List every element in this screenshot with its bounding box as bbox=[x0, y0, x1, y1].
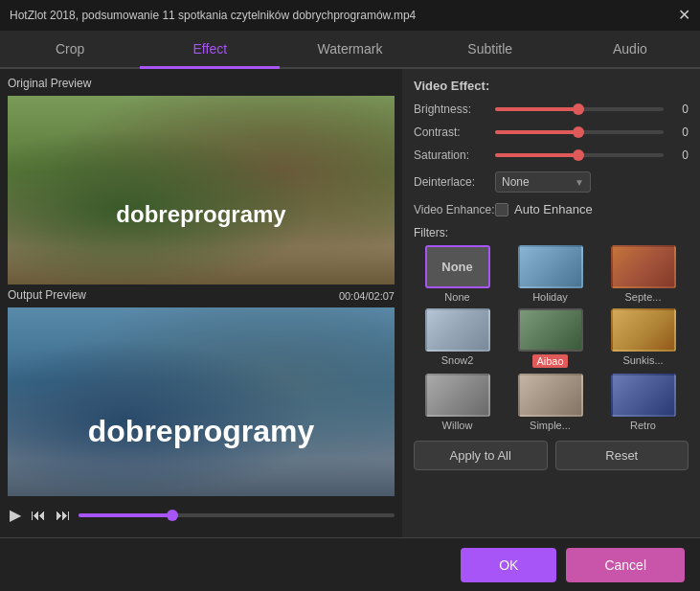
filter-willow-label: Willow bbox=[442, 420, 473, 431]
ok-button[interactable]: OK bbox=[461, 548, 556, 582]
filters-grid: None None Holiday Septe... Snow2 bbox=[414, 245, 689, 431]
play-controls: ▶ ⏮ ⏭ bbox=[8, 500, 395, 530]
saturation-slider-container: 0 bbox=[495, 148, 689, 162]
filter-aibao-thumb bbox=[518, 308, 583, 352]
tab-effect[interactable]: Effect bbox=[140, 31, 280, 69]
output-header: Output Preview 00:04/02:07 bbox=[8, 288, 395, 304]
play-button[interactable]: ▶ bbox=[8, 504, 23, 526]
original-watermark: dobreprogramy bbox=[116, 201, 285, 228]
brightness-label: Brightness: bbox=[414, 102, 495, 116]
filter-aibao[interactable]: Aibao bbox=[507, 308, 594, 368]
progress-bar[interactable] bbox=[79, 513, 395, 517]
video-effect-title: Video Effect: bbox=[414, 79, 689, 93]
progress-fill bbox=[79, 513, 173, 517]
footer: OK Cancel bbox=[0, 537, 700, 591]
filter-holiday-thumb bbox=[518, 245, 583, 288]
saturation-row: Saturation: 0 bbox=[414, 148, 689, 162]
filter-snow2-thumb bbox=[425, 308, 490, 352]
output-watermark: dobreprogramy bbox=[88, 414, 314, 449]
contrast-fill bbox=[495, 130, 579, 134]
title-bar: HotZlot 2018, podsumowanie 11 spotkania … bbox=[0, 0, 700, 31]
filter-sunkiss-thumb bbox=[611, 308, 676, 352]
tab-crop[interactable]: Crop bbox=[0, 31, 140, 69]
filter-willow[interactable]: Willow bbox=[414, 374, 501, 431]
contrast-thumb[interactable] bbox=[573, 126, 584, 138]
original-preview-label: Original Preview bbox=[8, 77, 395, 90]
tab-audio[interactable]: Audio bbox=[560, 31, 700, 69]
contrast-value: 0 bbox=[669, 125, 689, 139]
filter-holiday-label: Holiday bbox=[532, 291, 568, 303]
filter-none-label: None bbox=[444, 291, 469, 303]
filter-sunkiss-label: Sunkis... bbox=[622, 354, 663, 366]
contrast-slider[interactable] bbox=[495, 130, 664, 134]
auto-enhance-container: Auto Enhance bbox=[495, 202, 593, 216]
filter-holiday[interactable]: Holiday bbox=[507, 245, 594, 303]
next-button[interactable]: ⏭ bbox=[54, 505, 73, 526]
right-panel: Video Effect: Brightness: 0 Contrast: 0 bbox=[402, 69, 700, 537]
tab-watermark[interactable]: Watermark bbox=[280, 31, 419, 69]
output-preview-label: Output Preview bbox=[8, 288, 86, 302]
deinterlace-value: None bbox=[502, 175, 530, 189]
close-button[interactable]: ✕ bbox=[678, 8, 690, 23]
tab-subtitle[interactable]: Subtitle bbox=[420, 31, 560, 69]
deinterlace-row: Deinterlace: None ▼ bbox=[414, 171, 689, 193]
filters-label: Filters: bbox=[414, 226, 689, 239]
filter-aibao-label: Aibao bbox=[532, 354, 567, 368]
brightness-value: 0 bbox=[669, 102, 689, 116]
filter-simple[interactable]: Simple... bbox=[507, 374, 594, 431]
output-preview: dobreprogramy bbox=[8, 307, 395, 496]
output-scene bbox=[8, 307, 395, 496]
main-content: Original Preview dobreprogramy Output Pr… bbox=[0, 69, 700, 537]
filter-snow2-label: Snow2 bbox=[441, 354, 474, 366]
original-preview: dobreprogramy bbox=[8, 96, 395, 284]
contrast-label: Contrast: bbox=[414, 125, 495, 139]
tab-bar: Crop Effect Watermark Subtitle Audio bbox=[0, 31, 700, 69]
original-scene bbox=[8, 96, 395, 284]
brightness-slider[interactable] bbox=[495, 107, 664, 111]
saturation-slider[interactable] bbox=[495, 153, 664, 157]
brightness-row: Brightness: 0 bbox=[414, 102, 689, 116]
filter-simple-thumb bbox=[518, 374, 583, 417]
auto-enhance-label: Auto Enhance bbox=[514, 202, 593, 216]
filter-september-label: Septe... bbox=[625, 291, 662, 303]
brightness-thumb[interactable] bbox=[573, 103, 584, 115]
deinterlace-label: Deinterlace: bbox=[414, 175, 495, 189]
saturation-fill bbox=[495, 153, 579, 157]
progress-thumb bbox=[167, 510, 178, 521]
video-enhance-label: Video Enhance: bbox=[414, 203, 495, 216]
auto-enhance-checkbox[interactable] bbox=[495, 203, 508, 216]
prev-button[interactable]: ⏮ bbox=[29, 505, 48, 526]
filter-retro-thumb bbox=[611, 374, 676, 417]
contrast-row: Contrast: 0 bbox=[414, 125, 689, 139]
saturation-thumb[interactable] bbox=[573, 149, 584, 161]
filter-september-thumb bbox=[611, 245, 676, 288]
apply-all-button[interactable]: Apply to All bbox=[414, 441, 548, 470]
filter-simple-label: Simple... bbox=[530, 420, 571, 431]
timestamp: 00:04/02:07 bbox=[339, 290, 395, 302]
reset-button[interactable]: Reset bbox=[555, 441, 689, 470]
chevron-down-icon: ▼ bbox=[575, 177, 584, 188]
saturation-label: Saturation: bbox=[414, 148, 495, 162]
filter-snow2[interactable]: Snow2 bbox=[414, 308, 501, 368]
brightness-fill bbox=[495, 107, 579, 111]
filter-none-thumb: None bbox=[425, 245, 490, 288]
filter-retro-label: Retro bbox=[630, 420, 656, 431]
action-buttons: Apply to All Reset bbox=[414, 441, 689, 470]
window-title: HotZlot 2018, podsumowanie 11 spotkania … bbox=[10, 9, 416, 22]
brightness-slider-container: 0 bbox=[495, 102, 689, 116]
filter-sunkiss[interactable]: Sunkis... bbox=[599, 308, 687, 368]
deinterlace-select[interactable]: None ▼ bbox=[495, 171, 591, 193]
filter-willow-thumb bbox=[425, 374, 490, 417]
filter-september[interactable]: Septe... bbox=[599, 245, 687, 303]
contrast-slider-container: 0 bbox=[495, 125, 689, 139]
left-panel: Original Preview dobreprogramy Output Pr… bbox=[0, 69, 402, 537]
saturation-value: 0 bbox=[669, 148, 689, 162]
filter-none[interactable]: None None bbox=[414, 245, 501, 303]
video-enhance-row: Video Enhance: Auto Enhance bbox=[414, 202, 689, 216]
cancel-button[interactable]: Cancel bbox=[566, 548, 685, 582]
filter-retro[interactable]: Retro bbox=[599, 374, 687, 431]
